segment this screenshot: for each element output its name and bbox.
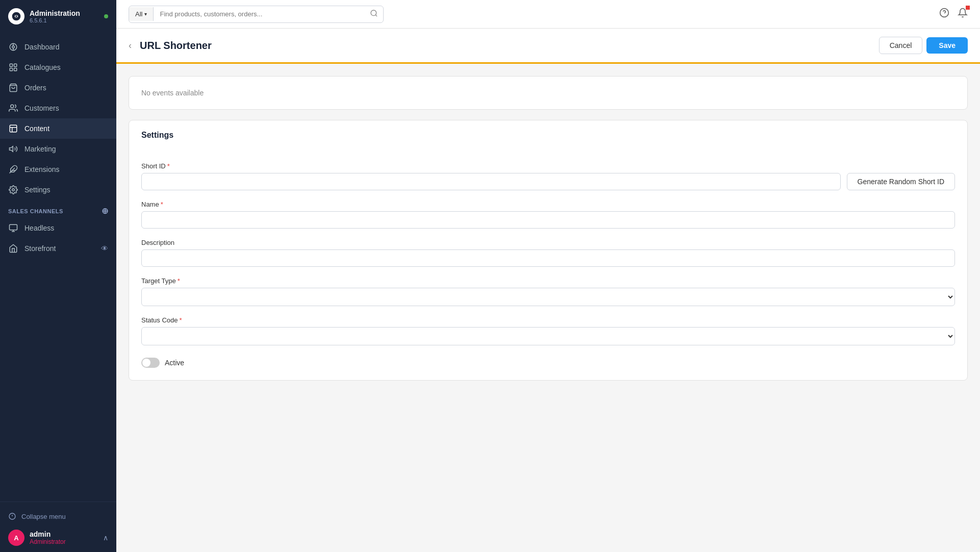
settings-label: Settings [24,186,51,194]
name-label: Name * [141,200,955,208]
sidebar-item-customers[interactable]: Customers [0,98,116,118]
user-menu-chevron[interactable]: ∧ [103,534,108,542]
sidebar-item-orders[interactable]: Orders [0,78,116,98]
page-title: URL Shortener [140,40,879,52]
svg-line-26 [375,15,377,16]
app-version: 6.5.6.1 [30,17,80,23]
sidebar-item-headless[interactable]: Headless [0,218,116,238]
svg-rect-9 [14,68,17,71]
svg-point-11 [11,105,14,108]
no-events-text: No events available [129,77,967,109]
user-info: A admin Administrator ∧ [8,524,108,546]
search-container: All ▾ [129,6,384,23]
extensions-icon [8,164,18,174]
settings-card-title: Settings [129,120,967,140]
user-name: admin [30,530,66,538]
active-toggle-row: Active [141,356,955,368]
content-label: Content [24,124,49,133]
sidebar-header: Administration 6.5.6.1 [0,0,116,33]
online-indicator [104,14,108,18]
generate-short-id-button[interactable]: Generate Random Short ID [847,173,955,190]
sidebar: Administration 6.5.6.1 Dashboard Cata [0,0,116,552]
cancel-button[interactable]: Cancel [879,37,923,54]
sidebar-item-catalogues[interactable]: Catalogues [0,57,116,78]
headless-icon [8,223,18,233]
svg-rect-7 [14,64,17,66]
sales-channels-label: Sales Channels [8,208,63,214]
customers-label: Customers [24,104,59,112]
user-role: Administrator [30,538,66,545]
topbar-actions [939,8,968,20]
app-logo [8,8,24,24]
marketing-icon [8,144,18,154]
page-header: ‹ URL Shortener Cancel Save [116,29,980,64]
sidebar-nav: Dashboard Catalogues Orders [0,33,116,501]
sidebar-item-marketing[interactable]: Marketing [0,139,116,159]
active-label: Active [165,359,184,367]
description-input[interactable] [141,249,955,267]
add-sales-channel-icon[interactable]: ⊕ [102,206,109,216]
dashboard-icon [8,42,18,52]
name-required: * [161,200,163,208]
status-code-field: Status Code * [141,316,955,345]
marketing-label: Marketing [24,145,56,153]
target-type-field: Target Type * [141,277,955,306]
settings-card: Settings Short ID * Generate Random Shor… [129,120,968,381]
status-code-required: * [180,316,182,324]
app-title-block: Administration 6.5.6.1 [30,9,80,23]
name-input[interactable] [141,211,955,229]
headless-label: Headless [24,224,54,232]
save-button[interactable]: Save [926,37,968,54]
svg-rect-12 [10,125,17,132]
name-field: Name * [141,200,955,229]
active-toggle[interactable] [141,358,160,368]
short-id-label: Short ID * [141,162,955,170]
sidebar-item-content[interactable]: Content [0,118,116,139]
dashboard-label: Dashboard [24,43,60,51]
page-content-area: ‹ URL Shortener Cancel Save No events av… [116,29,980,552]
topbar: All ▾ [116,0,980,29]
notifications-icon[interactable] [958,8,968,20]
sidebar-item-storefront[interactable]: Storefront 👁 [0,238,116,259]
svg-point-1 [15,15,17,17]
short-id-field: Short ID * Generate Random Short ID [141,162,955,190]
user-avatar: A [8,530,24,546]
back-button[interactable]: ‹ [129,40,132,51]
status-code-select[interactable] [141,327,955,345]
sales-channels-section: Sales Channels ⊕ [0,200,116,218]
sidebar-item-dashboard[interactable]: Dashboard [0,37,116,57]
content-icon [8,123,18,134]
help-icon[interactable] [939,8,949,20]
catalogues-label: Catalogues [24,63,61,71]
description-field: Description [141,239,955,267]
collapse-menu-btn[interactable]: Collapse menu [8,508,108,524]
search-filter-label: All [135,10,142,18]
search-submit-icon[interactable] [365,6,383,22]
filter-chevron-icon: ▾ [144,11,147,17]
target-type-label: Target Type * [141,277,955,285]
search-filter-dropdown[interactable]: All ▾ [129,7,154,21]
target-type-required: * [178,277,180,285]
user-details: admin Administrator [30,530,66,545]
svg-point-3 [12,46,15,48]
svg-marker-15 [10,146,13,152]
app-name: Administration [30,9,80,17]
customers-icon [8,103,18,113]
storefront-icon [8,243,18,254]
svg-rect-6 [10,64,12,66]
extensions-label: Extensions [24,165,59,173]
sidebar-item-extensions[interactable]: Extensions [0,159,116,180]
search-input[interactable] [154,7,365,21]
sidebar-item-settings[interactable]: Settings [0,180,116,200]
short-id-input[interactable] [141,173,841,190]
settings-icon [8,185,18,195]
description-label: Description [141,239,955,246]
svg-rect-8 [10,68,12,71]
storefront-label: Storefront [24,244,56,253]
storefront-visibility-icon[interactable]: 👁 [101,244,108,253]
catalogues-icon [8,62,18,72]
events-card: No events available [129,76,968,110]
status-code-label: Status Code * [141,316,955,324]
orders-icon [8,83,18,93]
target-type-select[interactable] [141,288,955,306]
